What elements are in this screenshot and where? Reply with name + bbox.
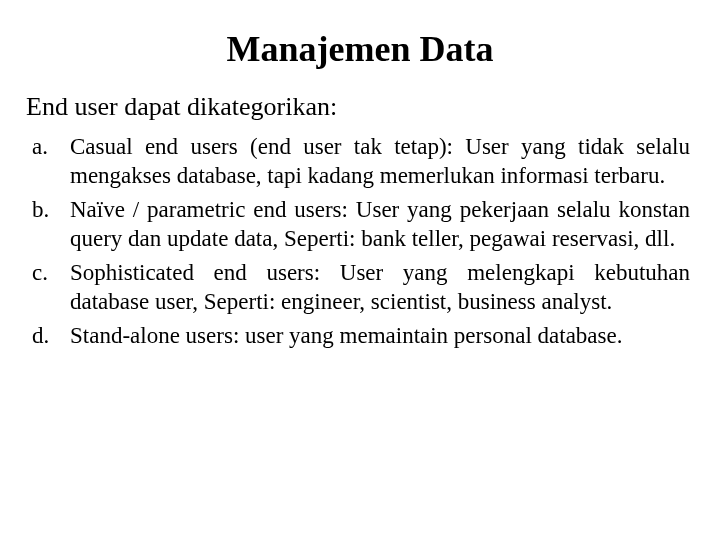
slide-title: Manajemen Data <box>0 0 720 88</box>
list-text: Sophisticated end users: User yang melen… <box>70 258 690 317</box>
slide-subheading: End user dapat dikategorikan: <box>0 88 720 132</box>
list-marker: a. <box>30 132 70 191</box>
list-text: Stand-alone users: user yang memaintain … <box>70 321 690 350</box>
list-item: c. Sophisticated end users: User yang me… <box>30 258 690 317</box>
slide: Manajemen Data End user dapat dikategori… <box>0 0 720 540</box>
list-text: Casual end users (end user tak tetap): U… <box>70 132 690 191</box>
list-item: d. Stand-alone users: user yang memainta… <box>30 321 690 350</box>
list-item: b. Naïve / parametric end users: User ya… <box>30 195 690 254</box>
item-list: a. Casual end users (end user tak tetap)… <box>0 132 720 350</box>
list-marker: b. <box>30 195 70 254</box>
list-marker: d. <box>30 321 70 350</box>
list-text: Naïve / parametric end users: User yang … <box>70 195 690 254</box>
list-item: a. Casual end users (end user tak tetap)… <box>30 132 690 191</box>
list-marker: c. <box>30 258 70 317</box>
